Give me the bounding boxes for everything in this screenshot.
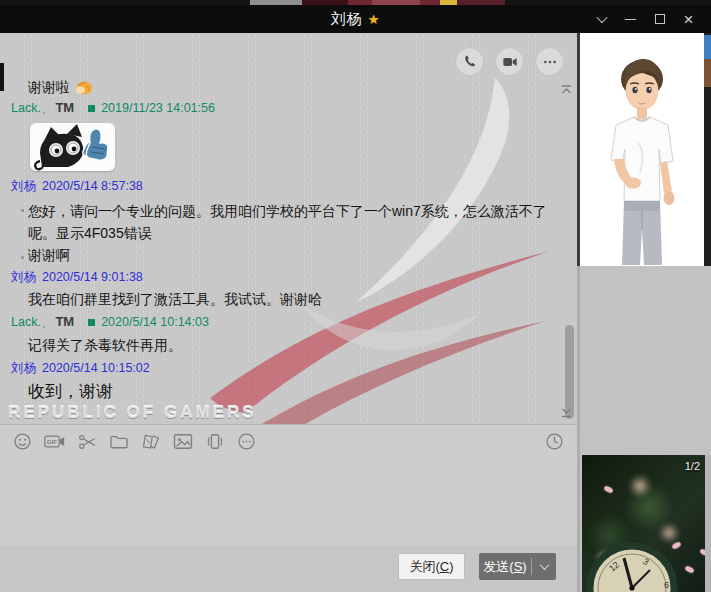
message-sender-line: 刘杨2020/5/14 8:57:38 [11, 178, 143, 195]
photo-thumbnail[interactable]: 12 3 6 1/2 [582, 455, 705, 592]
presence-square-icon [88, 105, 95, 112]
timestamp: 2020/5/14 10:15:02 [42, 361, 150, 375]
send-button[interactable]: 发送(S) [479, 553, 556, 580]
gif-icon[interactable]: GIF [44, 431, 65, 452]
button-row: 关闭(C) 发送(S) [0, 545, 577, 592]
sidebar-right-gap [705, 455, 711, 592]
contact-name: 刘杨 [331, 10, 363, 27]
send-options-chevron-icon[interactable] [532, 563, 556, 570]
message-history-clock-icon[interactable] [544, 431, 565, 452]
timestamp: 2020/5/14 9:01:38 [42, 270, 143, 284]
gif-label: GIF [47, 439, 57, 445]
timestamp: 2020/5/14 8:57:38 [42, 179, 143, 193]
close-icon[interactable]: × [674, 5, 703, 33]
sender-badge: TM [55, 100, 74, 115]
sender-name: 刘杨 [11, 361, 36, 375]
message-sender-line: 刘杨2020/5/14 10:15:02 [11, 360, 150, 377]
republic-of-gamers-watermark: REPUBLIC OF GAMERS [8, 403, 257, 423]
message-text: 我在咱们群里找到了激活工具。我试试。谢谢哈 [28, 291, 322, 309]
message-text: 谢谢啊 [28, 247, 70, 265]
emoji-icon[interactable] [12, 431, 33, 452]
scroll-up-icon[interactable] [560, 81, 573, 99]
message-sender-line: Lack.、TM2019/11/23 14:01:56 [11, 100, 215, 117]
message-input[interactable] [0, 458, 577, 545]
fist-bump-emoji-icon [74, 80, 93, 98]
presence-square-icon [88, 319, 95, 326]
close-button[interactable]: 关闭(C) [398, 553, 465, 580]
sender-name: Lack.、 [11, 315, 53, 329]
message-text: 您好，请问一个专业的问题。我用咱们学校的平台下了一个win7系统，怎么激活不了呢… [28, 200, 568, 244]
pocket-watch: 12 3 6 [584, 536, 684, 592]
sender-name: 刘杨 [11, 179, 36, 193]
page-indicator: 1/2 [685, 460, 700, 472]
message-text: 收到，谢谢 [28, 380, 113, 403]
more-icon[interactable] [236, 431, 257, 452]
sidebar: 12 3 6 1/2 [580, 33, 711, 592]
sender-badge: TM [55, 314, 74, 329]
message-dot [21, 209, 24, 212]
maximize-icon[interactable] [645, 5, 674, 33]
qq-chat-window: 刘杨★ × REPUBLIC OF GAMERS [0, 0, 711, 592]
timestamp: 2020/5/14 10:14:03 [101, 315, 209, 329]
qq-show-avatar [580, 33, 711, 266]
file-icon[interactable] [108, 431, 129, 452]
screenshot-icon[interactable] [76, 431, 97, 452]
video-call-icon[interactable] [496, 48, 523, 75]
black-cat-thumbs-up-sticker [30, 123, 115, 171]
svg-text:6: 6 [664, 580, 669, 590]
timestamp: 2019/11/23 14:01:56 [101, 101, 215, 115]
background-window-notch [0, 63, 4, 91]
sidebar-scrollbar[interactable] [704, 33, 711, 266]
message-sender-line: 刘杨2020/5/14 9:01:38 [11, 269, 143, 286]
image-icon[interactable] [172, 431, 193, 452]
message-text: 谢谢啦 [28, 79, 93, 98]
window-shake-icon[interactable] [204, 431, 225, 452]
message-text: 记得关了杀毒软件再用。 [28, 337, 182, 355]
roll-up-icon[interactable] [587, 5, 616, 33]
message-history-panel[interactable]: REPUBLIC OF GAMERS 谢谢啦 [0, 33, 577, 424]
sender-name: 刘杨 [11, 270, 36, 284]
more-actions-icon[interactable] [536, 48, 563, 75]
vip-star-icon: ★ [368, 12, 381, 27]
message-sender-line: Lack.、TM2020/5/14 10:14:03 [11, 314, 209, 331]
minimize-icon[interactable] [616, 5, 645, 33]
scroll-to-bottom-icon[interactable] [560, 405, 573, 423]
titlebar: 刘杨★ × [0, 5, 711, 33]
sender-name: Lack.、 [11, 101, 53, 115]
sidebar-empty-area [580, 266, 711, 455]
composer-toolbar: GIF [0, 424, 577, 458]
screen-share-icon[interactable] [140, 431, 161, 452]
rog-logo-watermark [150, 73, 570, 424]
message-dot [21, 256, 24, 259]
voice-call-icon[interactable] [456, 48, 483, 75]
